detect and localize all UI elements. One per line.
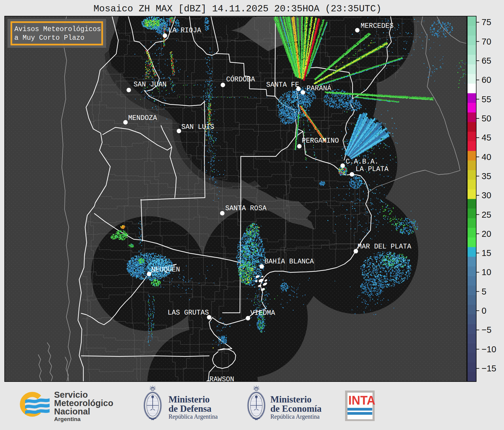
svg-text:PERGAMINO: PERGAMINO <box>302 137 339 145</box>
svg-text:VIEDMA: VIEDMA <box>250 309 275 317</box>
svg-text:15: 15 <box>482 248 491 258</box>
svg-text:C.A.B.A.: C.A.B.A. <box>346 158 379 166</box>
svg-text:25: 25 <box>482 210 491 219</box>
svg-text:10: 10 <box>482 267 491 277</box>
svg-text:30: 30 <box>482 190 491 200</box>
svg-text:SAN JUAN: SAN JUAN <box>134 81 166 89</box>
svg-text:MENDOZA: MENDOZA <box>128 114 157 122</box>
svg-text:35: 35 <box>482 171 491 181</box>
svg-text:65: 65 <box>482 56 491 65</box>
svg-text:45: 45 <box>482 133 491 142</box>
svg-text:NEUQUÉN: NEUQUÉN <box>151 266 180 274</box>
svg-text:SAN LUIS: SAN LUIS <box>181 123 214 131</box>
svg-text:LAS GRUTAS: LAS GRUTAS <box>168 309 209 317</box>
svg-text:Argentina: Argentina <box>54 416 81 422</box>
svg-text:Ministerio: Ministerio <box>270 394 312 405</box>
svg-text:60: 60 <box>482 75 491 85</box>
svg-text:75: 75 <box>482 17 491 27</box>
svg-text:a Muy Corto Plazo: a Muy Corto Plazo <box>14 34 85 42</box>
svg-text:−10: −10 <box>482 344 496 354</box>
svg-text:20: 20 <box>482 229 491 239</box>
svg-text:INTA: INTA <box>348 393 375 408</box>
svg-text:−5: −5 <box>482 325 491 335</box>
svg-text:0: 0 <box>482 306 486 315</box>
svg-text:MAR DEL PLATA: MAR DEL PLATA <box>358 243 411 251</box>
svg-text:50: 50 <box>482 114 491 123</box>
svg-text:5: 5 <box>482 287 486 296</box>
svg-text:Nacional: Nacional <box>54 407 90 416</box>
svg-text:70: 70 <box>482 37 491 46</box>
svg-text:40: 40 <box>482 152 491 162</box>
svg-text:de Economía: de Economía <box>270 403 322 414</box>
svg-text:Avisos Meteorológicos: Avisos Meteorológicos <box>14 25 101 33</box>
svg-text:55: 55 <box>482 94 491 104</box>
svg-text:República Argentina: República Argentina <box>168 413 218 420</box>
svg-text:SANTA FE: SANTA FE <box>266 81 299 89</box>
svg-text:−15: −15 <box>482 364 496 373</box>
svg-text:SANTA ROSA: SANTA ROSA <box>225 205 266 212</box>
svg-text:LA PLATA: LA PLATA <box>356 165 389 173</box>
svg-text:Mosaico ZH MAX [dBZ] 14.11.202: Mosaico ZH MAX [dBZ] 14.11.2025 20:35HOA… <box>94 4 382 14</box>
svg-text:CÓRDOBA: CÓRDOBA <box>226 75 255 83</box>
svg-text:República Argentina: República Argentina <box>270 413 320 420</box>
svg-text:PARANÁ: PARANÁ <box>307 84 331 92</box>
svg-text:Ministerio: Ministerio <box>168 394 210 405</box>
svg-text:LA RIOJA: LA RIOJA <box>168 27 201 34</box>
svg-text:de Defensa: de Defensa <box>168 403 212 414</box>
svg-text:BAHÍA BLANCA: BAHÍA BLANCA <box>264 257 314 266</box>
svg-text:MERCEDES: MERCEDES <box>361 22 393 30</box>
